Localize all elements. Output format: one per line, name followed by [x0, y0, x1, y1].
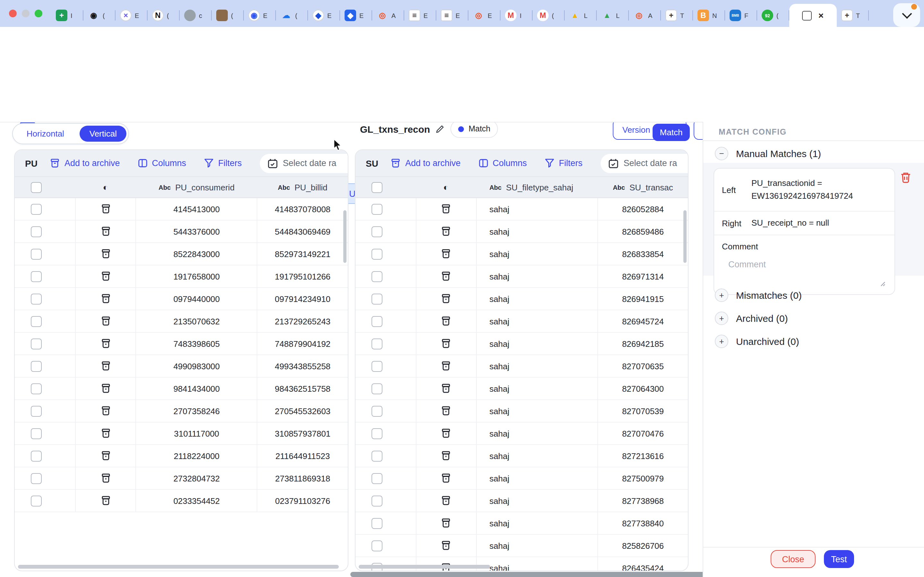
config-section[interactable]: + Unarchived (0) — [715, 330, 802, 353]
row-checkbox[interactable] — [372, 450, 383, 461]
row-checkbox[interactable] — [31, 495, 42, 506]
row-checkbox[interactable] — [31, 293, 42, 304]
row-checkbox[interactable] — [31, 316, 42, 327]
row-checkbox[interactable] — [31, 271, 42, 282]
table-row[interactable]: sahaj 826941915 — [355, 288, 688, 310]
resize-handle-icon[interactable] — [879, 280, 885, 287]
row-checkbox[interactable] — [31, 473, 42, 484]
row-checkbox[interactable] — [31, 450, 42, 461]
table-row[interactable]: 2118224000 211644911523 — [15, 445, 348, 467]
table-row[interactable]: 2707358246 270545532603 — [15, 400, 348, 422]
expand-plus-icon[interactable]: + — [715, 334, 728, 348]
row-checkbox[interactable] — [372, 361, 383, 372]
browser-tab[interactable]: 92 ( — [757, 4, 789, 27]
browser-tab[interactable]: ≡ E — [436, 4, 468, 27]
vertical-scrollbar[interactable] — [343, 210, 347, 263]
browser-tab[interactable]: ▲ L — [597, 4, 629, 27]
row-checkbox[interactable] — [372, 473, 383, 484]
archive-row-icon[interactable] — [441, 338, 451, 349]
close-window-button[interactable] — [9, 10, 17, 17]
table-row[interactable]: 0233354452 023791103276 — [15, 490, 348, 512]
row-checkbox[interactable] — [372, 406, 383, 416]
browser-tab[interactable]: M ( — [533, 4, 565, 27]
browser-tab[interactable]: M I — [501, 4, 533, 27]
table-row[interactable]: 8522843000 852973149221 — [15, 243, 348, 266]
row-checkbox[interactable] — [372, 271, 383, 282]
table-row[interactable]: 1917658000 191795101266 — [15, 266, 348, 288]
table-row[interactable]: sahaj 827070539 — [355, 400, 688, 422]
date-range-picker[interactable]: Select date ra — [260, 153, 349, 173]
browser-tab[interactable]: ◆ E — [308, 4, 340, 27]
expand-plus-icon[interactable]: + — [715, 288, 728, 301]
browser-tab[interactable]: ◉ E — [244, 4, 276, 27]
row-checkbox[interactable] — [372, 518, 383, 529]
row-checkbox[interactable] — [372, 428, 383, 439]
row-checkbox[interactable] — [372, 248, 383, 259]
match-button[interactable]: Match — [653, 124, 690, 141]
window-controls[interactable] — [9, 10, 42, 17]
vertical-scrollbar[interactable] — [683, 210, 687, 263]
archive-state-icon[interactable]: ◐ — [103, 183, 108, 192]
table-row[interactable]: sahaj 827738840 — [355, 512, 688, 535]
browser-tab[interactable]: ◉ ( — [83, 4, 115, 27]
archive-row-icon[interactable] — [441, 451, 451, 461]
archive-row-icon[interactable] — [100, 204, 111, 214]
row-checkbox[interactable] — [31, 203, 42, 214]
row-checkbox[interactable] — [31, 361, 42, 372]
browser-tab[interactable]: c — [180, 4, 212, 27]
row-checkbox[interactable] — [31, 226, 42, 237]
close-tab-icon[interactable]: × — [819, 11, 824, 20]
column-header[interactable]: PU_consumerid — [175, 182, 234, 192]
browser-tab[interactable]: ◎ A — [372, 4, 404, 27]
minimize-window-button[interactable] — [22, 10, 29, 17]
archive-row-icon[interactable] — [441, 271, 451, 282]
table-row[interactable]: sahaj 825826706 — [355, 535, 688, 557]
archive-row-icon[interactable] — [100, 338, 111, 349]
archive-row-icon[interactable] — [441, 226, 451, 237]
archive-row-icon[interactable] — [441, 406, 451, 416]
config-section[interactable]: + Archived (0) — [715, 306, 802, 330]
archive-row-icon[interactable] — [441, 540, 451, 551]
archive-row-icon[interactable] — [100, 473, 111, 484]
browser-tab[interactable]: N ( — [148, 4, 180, 27]
browser-tab[interactable]: ( — [212, 4, 244, 27]
table-row[interactable]: sahaj 827738968 — [355, 490, 688, 512]
table-row[interactable]: 7483398605 748879904192 — [15, 333, 348, 355]
browser-tab[interactable]: ▲ L — [565, 4, 597, 27]
filters-button[interactable]: Filters — [204, 158, 242, 168]
collapse-minus-icon[interactable]: − — [715, 147, 728, 160]
toggle-horizontal[interactable]: Horizontal — [13, 129, 78, 139]
row-checkbox[interactable] — [31, 338, 42, 349]
table-row[interactable]: sahaj 826945724 — [355, 310, 688, 333]
table-row[interactable]: 2135070632 213729265243 — [15, 310, 348, 333]
row-checkbox[interactable] — [31, 406, 42, 416]
date-range-picker[interactable]: Select date ra — [601, 153, 688, 173]
columns-button[interactable]: Columns — [479, 158, 527, 168]
archive-row-icon[interactable] — [100, 361, 111, 371]
table-row[interactable]: sahaj 827213616 — [355, 445, 688, 467]
table-row[interactable]: sahaj 827070476 — [355, 422, 688, 445]
archive-row-icon[interactable] — [441, 428, 451, 438]
row-checkbox[interactable] — [31, 428, 42, 439]
archive-state-icon[interactable]: ◐ — [443, 183, 449, 192]
row-checkbox[interactable] — [372, 495, 383, 506]
delete-match-icon[interactable] — [900, 172, 911, 183]
browser-tab[interactable]: ≡ E — [404, 4, 436, 27]
archive-row-icon[interactable] — [100, 226, 111, 237]
archive-row-icon[interactable] — [441, 384, 451, 394]
row-checkbox[interactable] — [372, 293, 383, 304]
zoom-window-button[interactable] — [35, 10, 42, 17]
row-checkbox[interactable] — [372, 316, 383, 327]
browser-tab[interactable]: + T — [661, 4, 693, 27]
browser-tab[interactable]: + T — [837, 4, 869, 27]
browser-tab[interactable]: × E — [115, 4, 148, 27]
archive-row-icon[interactable] — [441, 204, 451, 214]
row-checkbox[interactable] — [31, 248, 42, 259]
browser-tab[interactable]: ◎ E — [468, 4, 501, 27]
browser-tab[interactable]: BMB F — [725, 4, 757, 27]
row-checkbox[interactable] — [372, 540, 383, 551]
table-row[interactable]: sahaj 827500979 — [355, 467, 688, 490]
test-button[interactable]: Test — [824, 550, 854, 568]
config-section[interactable]: + Mismatches (0) — [715, 284, 802, 306]
horizontal-scrollbar[interactable] — [18, 565, 339, 569]
